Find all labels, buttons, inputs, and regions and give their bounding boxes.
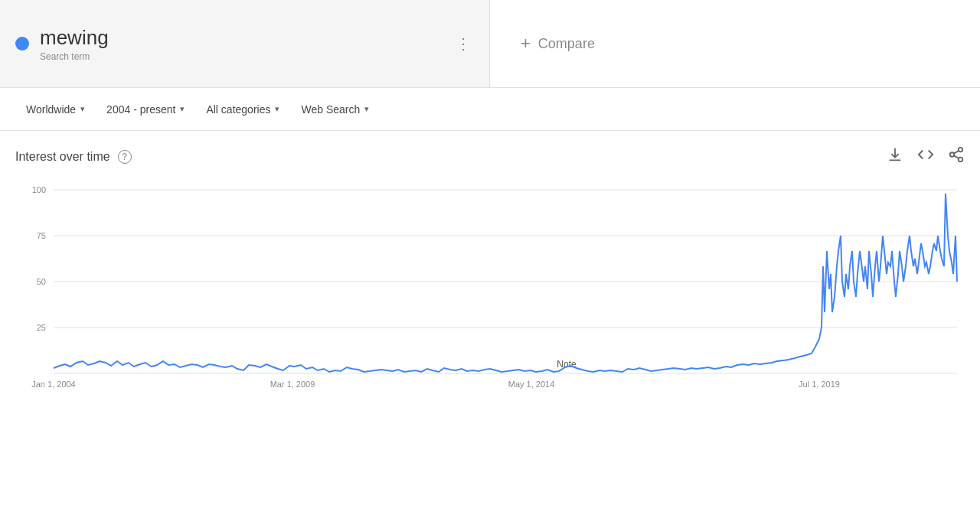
svg-text:Mar 1, 2009: Mar 1, 2009	[270, 380, 315, 389]
svg-text:Note: Note	[557, 359, 577, 370]
svg-point-2	[959, 158, 963, 162]
chart-actions	[887, 146, 965, 167]
chart-title-area: Interest over time ?	[15, 150, 132, 164]
search-type-filter[interactable]: Web Search ▾	[290, 97, 380, 122]
svg-text:May 1, 2014: May 1, 2014	[508, 380, 555, 389]
svg-point-0	[959, 148, 963, 152]
compare-box: + Compare	[490, 0, 980, 87]
chart-title: Interest over time	[15, 150, 110, 164]
search-term-name: mewing	[40, 26, 109, 50]
trend-polyline	[54, 194, 957, 372]
svg-text:Jul 1, 2019: Jul 1, 2019	[799, 380, 840, 389]
compare-plus-icon: +	[521, 34, 531, 54]
search-type-chevron: ▾	[364, 104, 369, 114]
share-icon[interactable]	[948, 146, 965, 167]
embed-icon[interactable]	[917, 146, 934, 167]
location-filter[interactable]: Worldwide ▾	[15, 97, 96, 122]
filters-bar: Worldwide ▾ 2004 - present ▾ All categor…	[0, 88, 980, 131]
svg-point-1	[950, 152, 955, 157]
search-type-label: Web Search	[301, 103, 360, 116]
time-range-filter[interactable]: 2004 - present ▾	[96, 97, 195, 122]
blue-dot-indicator	[15, 37, 29, 51]
location-label: Worldwide	[26, 103, 76, 116]
category-chevron: ▾	[275, 104, 279, 114]
svg-text:75: 75	[37, 231, 46, 240]
category-filter[interactable]: All categories ▾	[195, 97, 290, 122]
search-term-text: mewing Search term	[40, 26, 109, 62]
search-term-label: Search term	[40, 51, 109, 62]
download-icon[interactable]	[887, 146, 903, 167]
svg-line-4	[954, 151, 959, 154]
more-options-icon[interactable]: ⋮	[452, 31, 474, 56]
svg-line-3	[954, 155, 959, 158]
chart-header: Interest over time ?	[15, 146, 965, 167]
compare-label: Compare	[538, 36, 595, 52]
svg-text:Jan 1, 2004: Jan 1, 2004	[31, 380, 76, 389]
category-label: All categories	[206, 103, 270, 116]
time-range-chevron: ▾	[180, 104, 185, 114]
search-term-box: mewing Search term ⋮	[0, 0, 490, 87]
trend-chart-svg: 100 75 50 25 Jan 1, 2004 Mar 1, 2009 May…	[15, 174, 965, 396]
time-range-label: 2004 - present	[106, 103, 175, 116]
chart-container: 100 75 50 25 Jan 1, 2004 Mar 1, 2009 May…	[15, 174, 965, 396]
header: mewing Search term ⋮ + Compare	[0, 0, 980, 88]
svg-text:100: 100	[32, 185, 46, 194]
chart-section: Interest over time ?	[0, 131, 980, 396]
help-icon[interactable]: ?	[118, 150, 132, 164]
compare-button[interactable]: + Compare	[521, 34, 595, 54]
svg-text:25: 25	[37, 323, 46, 332]
location-chevron: ▾	[80, 104, 85, 114]
search-term-left: mewing Search term	[15, 26, 109, 62]
svg-text:50: 50	[37, 277, 46, 286]
